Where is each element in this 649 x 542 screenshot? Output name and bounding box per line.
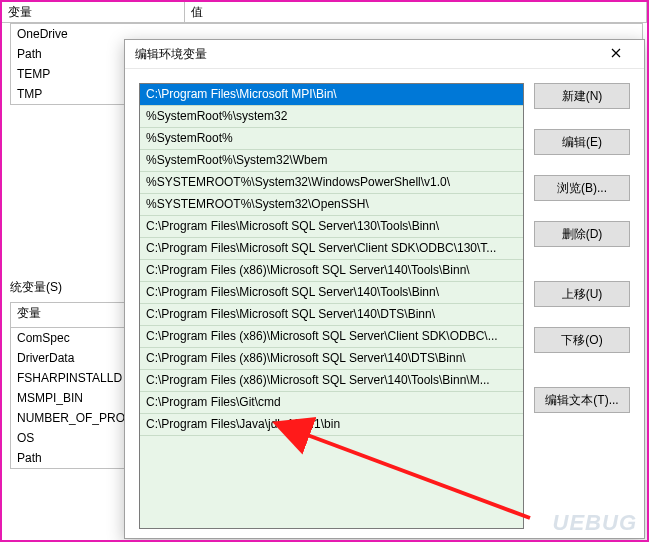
edit-text-button[interactable]: 编辑文本(T)... — [534, 387, 630, 413]
path-entries-list[interactable]: C:\Program Files\Microsoft MPI\Bin\ %Sys… — [139, 83, 524, 529]
path-entry[interactable]: C:\Program Files\Git\cmd — [140, 392, 523, 414]
edit-env-variable-dialog: 编辑环境变量 C:\Program Files\Microsoft MPI\Bi… — [124, 39, 645, 539]
button-column: 新建(N) 编辑(E) 浏览(B)... 删除(D) 上移(U) 下移(O) 编… — [534, 83, 630, 529]
user-vars-header: 变量 值 — [2, 2, 647, 23]
close-button[interactable] — [596, 40, 636, 68]
path-entry[interactable]: %SystemRoot% — [140, 128, 523, 150]
path-entry[interactable]: C:\Program Files (x86)\Microsoft SQL Ser… — [140, 348, 523, 370]
path-entry[interactable]: C:\Program Files (x86)\Microsoft SQL Ser… — [140, 326, 523, 348]
move-up-button[interactable]: 上移(U) — [534, 281, 630, 307]
path-entry[interactable]: C:\Program Files\Microsoft MPI\Bin\ — [140, 84, 523, 106]
close-icon — [611, 47, 621, 61]
path-entry[interactable]: C:\Program Files\Microsoft SQL Server\13… — [140, 216, 523, 238]
titlebar: 编辑环境变量 — [125, 40, 644, 69]
browse-button[interactable]: 浏览(B)... — [534, 175, 630, 201]
path-entry[interactable]: %SystemRoot%\System32\Wbem — [140, 150, 523, 172]
move-down-button[interactable]: 下移(O) — [534, 327, 630, 353]
edit-button[interactable]: 编辑(E) — [534, 129, 630, 155]
column-value: 值 — [185, 2, 647, 22]
column-variable: 变量 — [2, 2, 185, 22]
dialog-title: 编辑环境变量 — [135, 46, 596, 63]
delete-button[interactable]: 删除(D) — [534, 221, 630, 247]
path-entry[interactable]: C:\Program Files (x86)\Microsoft SQL Ser… — [140, 370, 523, 392]
path-entry[interactable]: C:\Program Files\Java\jdk-12.0.1\bin — [140, 414, 523, 436]
path-entry[interactable]: %SystemRoot%\system32 — [140, 106, 523, 128]
path-entry[interactable]: C:\Program Files\Microsoft SQL Server\14… — [140, 282, 523, 304]
path-entry[interactable]: C:\Program Files\Microsoft SQL Server\14… — [140, 304, 523, 326]
path-entry[interactable]: %SYSTEMROOT%\System32\WindowsPowerShell\… — [140, 172, 523, 194]
path-entry[interactable]: C:\Program Files (x86)\Microsoft SQL Ser… — [140, 260, 523, 282]
path-entry[interactable]: C:\Program Files\Microsoft SQL Server\Cl… — [140, 238, 523, 260]
new-button[interactable]: 新建(N) — [534, 83, 630, 109]
path-entry[interactable]: %SYSTEMROOT%\System32\OpenSSH\ — [140, 194, 523, 216]
